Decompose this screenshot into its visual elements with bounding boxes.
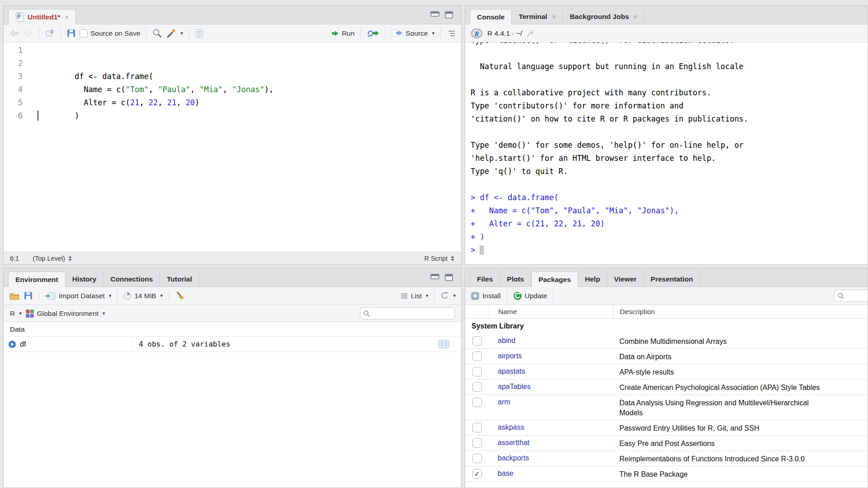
language-selector[interactable]: R ▾ [10,310,22,318]
tab-console[interactable]: Console [470,9,512,24]
package-loaded-checkbox[interactable] [472,336,482,346]
document-outline-icon[interactable] [447,30,456,37]
close-icon[interactable]: × [552,13,556,20]
package-loaded-checkbox[interactable] [472,352,482,361]
console-prompt-row[interactable]: > [471,244,868,257]
filetype-selector[interactable]: R Script [424,255,455,262]
tab-background-jobs[interactable]: Background Jobs × [563,9,645,24]
package-row[interactable]: airports Data on Airports [465,349,868,364]
back-icon[interactable] [9,29,19,38]
tab-files[interactable]: Files [470,272,500,286]
code-editor[interactable]: 123456 df <- data.frame( Name = c("Tom",… [4,42,461,252]
view-data-icon[interactable] [438,340,449,348]
editor-tabstrip: R Untitled1* × [4,6,461,24]
package-link[interactable]: apastats [498,367,525,375]
source-on-save-checkbox[interactable] [80,29,88,38]
open-in-new-window-icon[interactable] [45,29,55,38]
run-button[interactable]: Run [327,29,354,38]
column-header-name[interactable]: Name [489,305,613,318]
console-output[interactable]: Type 'license()' or 'licence()' for dist… [465,42,868,264]
package-row[interactable]: assertthat Easy Pre and Post Assertions [465,436,868,451]
package-loaded-checkbox[interactable] [472,423,482,432]
tab-terminal[interactable]: Terminal × [512,9,563,24]
package-row[interactable]: backports Reimplementations of Functions… [465,451,868,466]
package-row[interactable]: arm Data Analysis Using Regression and M… [465,395,868,420]
package-row[interactable]: askpass Password Entry Utilities for R, … [465,420,868,436]
close-icon[interactable]: × [65,13,69,21]
package-link[interactable]: airports [498,352,522,360]
tab-help[interactable]: Help [578,272,608,286]
minimize-pane-icon[interactable] [430,274,439,281]
maximize-pane-icon[interactable] [445,274,453,281]
package-description: Password Entry Utilities for R, Git, and… [613,422,826,433]
code-token: , [158,98,167,107]
console-tabstrip: Console Terminal × Background Jobs × [465,6,868,24]
list-view-button[interactable]: List ▾ [400,292,429,300]
open-console-new-window-icon[interactable] [527,30,536,37]
package-loaded-checkbox[interactable] [472,469,482,479]
import-dataset-button[interactable]: Import Dataset ▾ [45,292,111,300]
package-row[interactable]: abind Combine Multidimensional Arrays [465,333,868,349]
chevron-down-icon: ▾ [432,30,434,36]
code-area[interactable]: df <- data.frame( Name = c("Tom", "Paula… [29,42,461,252]
package-link[interactable]: apaTables [498,383,531,390]
source-button[interactable]: Source ▾ [392,29,434,38]
chevron-down-icon: ▾ [103,310,105,316]
package-link[interactable]: backports [498,454,529,462]
up-down-icon [68,255,72,262]
package-loaded-checkbox[interactable] [472,438,482,448]
clear-objects-icon[interactable] [175,291,185,301]
forward-icon[interactable] [23,29,33,38]
refresh-button[interactable]: ▾ [440,291,456,300]
package-loaded-checkbox[interactable] [472,367,482,376]
package-link[interactable]: assertthat [498,439,529,446]
compile-report-icon[interactable] [195,29,203,38]
memory-usage-button[interactable]: 14 MiB ▾ [123,292,163,300]
load-workspace-icon[interactable] [9,292,20,300]
package-link[interactable]: base [498,469,514,477]
install-button[interactable]: Install [471,291,501,300]
rerun-icon[interactable] [367,29,379,37]
save-icon[interactable] [67,29,75,38]
console-line: + ) [471,230,868,244]
find-replace-icon[interactable] [152,28,162,38]
packages-search-input[interactable] [847,292,868,300]
search-icon [363,310,370,317]
tab-history[interactable]: History [66,272,104,286]
package-description: The R Base Package [613,469,826,479]
environment-object-row[interactable]: df 4 obs. of 2 variables [4,336,461,352]
environment-search[interactable] [360,307,455,319]
package-row[interactable]: apastats APA-style results [465,364,868,380]
package-link[interactable]: askpass [498,423,524,431]
console-line [471,178,868,191]
package-loaded-checkbox[interactable] [472,398,482,407]
package-link[interactable]: arm [498,398,510,406]
scope-selector[interactable]: (Top Level) [33,255,72,262]
source-on-save-toggle[interactable]: Source on Save [80,29,140,38]
package-description: Data on Airports [613,351,826,362]
column-header-description[interactable]: Description [613,305,868,318]
tab-viewer[interactable]: Viewer [607,272,644,286]
package-row[interactable]: base The R Base Package [465,466,868,482]
save-workspace-icon[interactable] [24,291,33,300]
environment-search-input[interactable] [373,310,452,317]
tab-untitled1[interactable]: R Untitled1* × [8,9,76,24]
environment-selector[interactable]: Global Environment ▾ [25,309,105,318]
console-line [471,47,868,60]
packages-search[interactable] [834,290,868,302]
code-tools-button[interactable]: ▾ [166,28,183,38]
package-loaded-checkbox[interactable] [472,454,482,463]
maximize-pane-icon[interactable] [445,11,453,19]
tab-plots[interactable]: Plots [500,272,531,286]
package-link[interactable]: abind [498,337,515,344]
tab-tutorial[interactable]: Tutorial [160,272,199,286]
close-icon[interactable]: × [633,13,637,20]
tab-packages[interactable]: Packages [531,272,578,287]
tab-presentation[interactable]: Presentation [644,272,700,286]
tab-environment[interactable]: Environment [8,272,66,287]
update-button[interactable]: Update [513,291,547,300]
tab-connections[interactable]: Connections [104,272,160,286]
minimize-pane-icon[interactable] [430,11,439,19]
package-row[interactable]: apaTables Create American Psychological … [465,380,868,395]
package-loaded-checkbox[interactable] [472,382,482,392]
